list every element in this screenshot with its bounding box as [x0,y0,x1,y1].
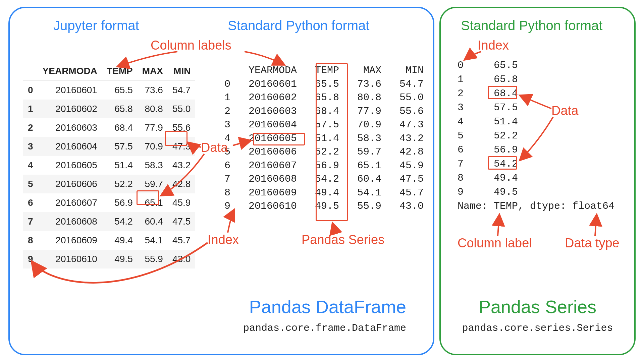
table-row: 02016060165.573.654.7 [23,81,195,100]
jup-col-max: MAX [138,62,168,81]
jup-col-yearmoda: YEARMODA [38,62,102,81]
table-row: 12016060265.880.855.0 [23,100,195,118]
dataframe-panel: Jupyter format Standard Python format Co… [8,7,434,355]
series-panel: Standard Python format Index 0 65.5 1 65… [439,7,636,355]
table-row: 82016060949.454.145.7 [23,231,195,250]
redbox-jup-47-3 [165,131,187,146]
index-annotation-series: Index [478,38,509,53]
jup-col-min: MIN [168,62,196,81]
data-annotation-series: Data [551,104,578,118]
pandas-series-annotation: Pandas Series [302,233,384,247]
table-row: 92016061049.555.943.0 [23,250,195,268]
jupyter-table: YEARMODATEMPMAXMIN 02016060165.573.654.7… [23,62,195,268]
index-annotation-df: Index [208,233,239,247]
column-label-annotation: Column label [458,236,532,250]
jupyter-table-header: YEARMODATEMPMAXMIN [23,62,195,81]
column-labels-annotation: Column labels [151,38,231,53]
dataframe-main-title: Pandas DataFrame [249,296,406,317]
redbox-mono-20160605 [253,133,305,145]
dataframe-subtitle: pandas.core.frame.DataFrame [243,322,406,334]
series-block: 0 65.5 1 65.8 2 68.4 3 57.5 4 51.4 5 52.… [458,58,614,213]
series-subtitle: pandas.core.series.Series [441,322,634,334]
table-row: 52016060652.259.742.8 [23,175,195,193]
redbox-series-54-2 [488,156,517,170]
data-annotation-df: Data [201,140,228,155]
jupyter-table-body: 02016060165.573.654.712016060265.880.855… [23,81,195,269]
standard-python-title-df: Standard Python format [228,18,369,33]
jupyter-table-wrapper: YEARMODATEMPMAXMIN 02016060165.573.654.7… [23,62,195,268]
table-row: 62016060756.965.145.9 [23,193,195,212]
data-type-annotation: Data type [565,236,620,250]
redbox-mono-temp-column [316,63,348,221]
table-row: 42016060551.458.343.2 [23,156,195,175]
table-row: 72016060854.260.447.5 [23,212,195,231]
standard-python-title-series: Standard Python format [461,18,602,33]
redbox-jup-65-1 [137,190,159,205]
jup-col-temp: TEMP [102,62,138,81]
series-main-title: Pandas Series [441,296,634,317]
jupyter-format-title: Jupyter format [53,18,139,33]
redbox-series-68-4 [488,86,517,99]
